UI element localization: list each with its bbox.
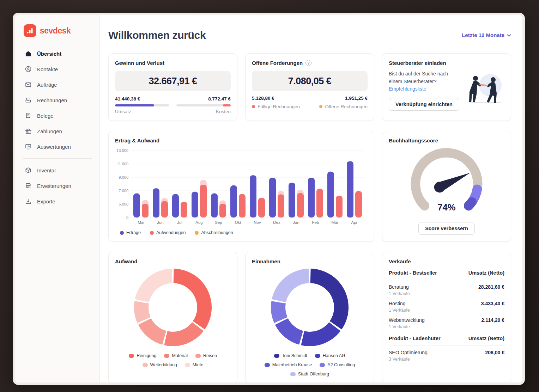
legend-label: Malerbetrieb Krause <box>272 362 312 367</box>
box-icon <box>24 166 32 174</box>
legend-swatch <box>195 354 201 358</box>
bar-ertrag-Sep[interactable] <box>211 194 218 218</box>
sidebar-item-zahlungen[interactable]: Zahlungen <box>22 124 93 139</box>
invoice-icon <box>24 96 32 104</box>
legend-item[interactable]: Reinigung <box>129 353 156 358</box>
bar-ertrag-Mär[interactable] <box>327 172 334 218</box>
bar-aufwand-Aug[interactable] <box>200 185 207 218</box>
sales-section-value-header: Umsatz (Netto) <box>468 270 504 276</box>
x-tick-label: Mai <box>138 220 144 225</box>
sidebar-item-rechnungen[interactable]: Rechnungen <box>22 93 93 108</box>
sales-section-value-header: Umsatz (Netto) <box>468 336 504 341</box>
donut-segment-weiterbildung[interactable] <box>134 301 151 323</box>
legend-swatch <box>185 363 190 367</box>
bar-ertrag-Okt[interactable] <box>230 185 237 218</box>
donut-segment-reinigung[interactable] <box>174 269 212 329</box>
donut-segment-reisen[interactable] <box>138 318 166 345</box>
donut-segment-miete[interactable] <box>135 269 172 302</box>
improve-score-button[interactable]: Score verbessern <box>418 222 475 235</box>
income-donut-title: Einnahmen <box>252 258 368 264</box>
legend-item[interactable]: Malerbetrieb Krause <box>265 362 312 367</box>
sidebar-item-kontakte[interactable]: Kontakte <box>22 62 93 76</box>
donut-segment-malerbetrieb-krause[interactable] <box>275 318 303 345</box>
sidebar-item-belege[interactable]: Belege <box>22 108 93 123</box>
sales-section-title: Produkt - Ladenhüter <box>389 336 441 341</box>
revenue-progressbar <box>115 104 169 106</box>
bar-aufwand-Jan[interactable] <box>297 193 304 218</box>
donut-segment-a2-consulting[interactable] <box>271 301 287 323</box>
donut-segment-hansen-ag[interactable] <box>301 322 340 346</box>
recommendation-link[interactable]: Empfehlungsliste <box>389 86 426 92</box>
legend-item[interactable]: Reisen <box>195 353 217 358</box>
bar-aufwand-Mär[interactable] <box>336 196 343 218</box>
accounting-score-card: Buchhaltungsscore 74% Score verbessern <box>382 131 511 242</box>
legend-item[interactable]: A2 Consulting <box>320 362 355 367</box>
legend-label: A2 Consulting <box>327 362 355 367</box>
sidebar: sevdesk ÜbersichtKontakteAufträgeRechnun… <box>15 15 100 382</box>
bar-ertrag-Apr[interactable] <box>347 161 353 218</box>
bar-ertrag-Nov[interactable] <box>250 175 256 218</box>
help-icon[interactable]: ? <box>305 60 311 66</box>
x-tick-label: Dez <box>273 220 280 225</box>
sidebar-item-auswertungen[interactable]: Auswertungen <box>22 139 93 154</box>
sidebar-item-uebersicht[interactable]: Übersicht <box>22 46 93 61</box>
profit-loss-title: Gewinn und Verlust <box>115 60 231 66</box>
bar-ertrag-Jun[interactable] <box>153 188 159 218</box>
legend-swatch <box>164 354 169 358</box>
sidebar-item-erweiterungen[interactable]: Erweiterungen <box>22 178 93 193</box>
legend-swatch <box>129 354 134 358</box>
sidebar-item-auftraege[interactable]: Aufträge <box>22 77 93 92</box>
y-tick-label: 13.000 <box>116 148 128 153</box>
bar-ertrag-Jul[interactable] <box>172 194 179 218</box>
sales-row[interactable]: SEO Optimierung3 Verkäufe208,00 € <box>389 346 504 362</box>
bar-aufwand-Dez[interactable] <box>278 194 284 218</box>
x-tick-label: Aug <box>195 220 202 225</box>
sidebar-item-inventar[interactable]: Inventar <box>22 163 93 178</box>
y-tick-label: 7.000 <box>119 189 128 193</box>
legend-item[interactable]: Hansen AG <box>315 353 345 358</box>
bar-ertrag-Dez[interactable] <box>269 178 276 218</box>
page-title: Willkommen zurück <box>108 29 206 41</box>
legend-item[interactable]: Aufwendungen <box>150 230 186 235</box>
donut-segment-material[interactable] <box>164 322 204 346</box>
legend-item[interactable]: Miete <box>185 362 204 367</box>
legend-item[interactable]: Abschreibungen <box>195 230 233 235</box>
legend-label: Material <box>172 353 187 358</box>
sales-row[interactable]: Beratung1 Verkäufe28.281,60 € <box>389 280 504 297</box>
profit-loss-total: 32.667,91 € <box>149 76 197 87</box>
legend-item[interactable]: Toni Schmidt <box>274 353 307 358</box>
bar-aufwand-Okt[interactable] <box>239 194 246 218</box>
legend-item[interactable]: Weiterbildung <box>143 362 177 367</box>
product-sales-count: 1 Verkäufe <box>389 308 410 313</box>
bar-ertrag-Jan[interactable] <box>289 183 295 218</box>
bar-ertrag-Feb[interactable] <box>308 178 315 218</box>
bar-aufwand-Mai[interactable] <box>142 204 149 218</box>
bar-aufwand-Feb[interactable] <box>316 189 323 218</box>
bank-icon <box>24 127 32 135</box>
bar-aufwand-Sep[interactable] <box>219 204 226 218</box>
legend-item[interactable]: Stadt Offenburg <box>290 372 329 376</box>
bar-aufwand-Jul[interactable] <box>181 202 187 218</box>
bar-aufwand-Nov[interactable] <box>258 198 265 218</box>
bar-ertrag-Aug[interactable] <box>192 192 198 218</box>
setup-connection-button[interactable]: Verknüpfung einrichten <box>389 98 459 111</box>
bar-ertrag-Mai[interactable] <box>133 194 140 218</box>
donut-segment-stadt-offenburg[interactable] <box>272 269 309 302</box>
x-tick-label: Nov <box>254 220 261 225</box>
x-tick-label: Okt <box>235 220 242 225</box>
period-selector[interactable]: Letzte 12 Monate <box>462 32 511 38</box>
sidebar-item-label: Zahlungen <box>37 128 62 134</box>
product-revenue: 3.433,40 € <box>481 301 504 313</box>
sidebar-item-label: Übersicht <box>37 51 61 57</box>
bar-aufwand-Apr[interactable] <box>355 191 362 218</box>
sales-row[interactable]: Hosting1 Verkäufe3.433,40 € <box>389 297 504 313</box>
receivables-title: Offene Forderungen <box>252 60 303 66</box>
legend-item[interactable]: Material <box>164 353 187 358</box>
sevdesk-logo[interactable]: sevdesk <box>22 23 93 46</box>
sidebar-item-exporte[interactable]: Exporte <box>22 194 93 209</box>
legend-swatch <box>274 354 279 358</box>
legend-item[interactable]: Erträge <box>120 230 141 235</box>
bar-aufwand-Jun[interactable] <box>161 201 168 218</box>
donut-segment-toni-schmidt[interactable] <box>310 269 349 329</box>
sales-row[interactable]: Webentwicklung1 Verkäufe2.114,20 € <box>389 313 504 330</box>
